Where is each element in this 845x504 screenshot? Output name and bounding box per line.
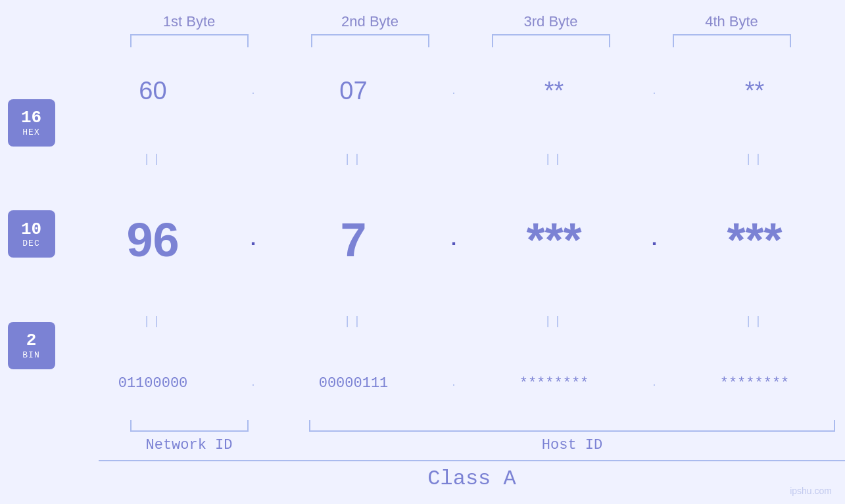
badges-col: 16 HEX 10 DEC 2 BIN [0, 54, 62, 415]
hex-value-3: ** [544, 77, 564, 105]
byte-label-1: 1st Byte [99, 13, 279, 30]
class-banner: Class A [99, 460, 845, 491]
dec-value-4: *** [727, 213, 782, 267]
bin-cell-3: ******** [464, 375, 644, 392]
badge-dec-number: 10 [21, 220, 41, 239]
dec-value-3: *** [526, 213, 581, 267]
network-id-label: Network ID [99, 437, 279, 453]
dec-sep-2: . [444, 230, 464, 250]
bin-row: 01100000 . 00000111 . ******** . *******… [62, 375, 845, 392]
badge-hex-label: HEX [22, 127, 39, 137]
hex-sep-1: . [243, 86, 263, 97]
hex-row: 60 . 07 . ** . ** [62, 77, 845, 105]
byte-col-1: 1st Byte [99, 13, 279, 47]
content-area: 16 HEX 10 DEC 2 BIN 60 . 07 [0, 54, 845, 415]
bin-value-1: 01100000 [118, 375, 188, 392]
dec-cell-2: 7 [263, 213, 444, 267]
dec-cell-3: *** [464, 213, 644, 267]
dec-sep-1: . [243, 230, 263, 250]
bin-value-4: ******** [720, 375, 790, 392]
byte-label-3: 3rd Byte [460, 13, 641, 30]
id-label-row: Network ID Host ID [99, 434, 845, 453]
equals-cell-2a: || [62, 315, 243, 328]
dec-value-1: 96 [126, 213, 179, 267]
hex-cell-2: 07 [263, 77, 444, 105]
byte-col-3: 3rd Byte [460, 13, 641, 47]
badge-hex-number: 16 [21, 108, 41, 127]
badge-bin-label: BIN [22, 350, 39, 360]
badge-dec: 10 DEC [8, 210, 55, 258]
badge-hex: 16 HEX [8, 99, 55, 147]
equals-row-1: || || || || [62, 152, 845, 166]
rows-area: 60 . 07 . ** . ** || || [62, 54, 845, 415]
bin-cell-2: 00000111 [263, 375, 444, 392]
bracket-top-1 [130, 34, 249, 47]
byte-label-2: 2nd Byte [279, 13, 460, 30]
equals-row-2: || || || || [62, 315, 845, 328]
byte-col-2: 2nd Byte [279, 13, 460, 47]
bin-sep-2: . [444, 378, 464, 388]
watermark: ipshu.com [790, 486, 832, 496]
dec-cell-1: 96 [62, 213, 243, 267]
host-id-bracket [309, 420, 835, 432]
network-id-bracket [130, 420, 249, 432]
hex-value-2: 07 [339, 77, 367, 105]
hex-value-4: ** [745, 77, 765, 105]
network-id-bracket-area [99, 420, 279, 432]
equals-cell-1d: || [664, 152, 845, 166]
class-bracket-line [99, 460, 845, 461]
bracket-top-4 [673, 34, 791, 47]
class-label: Class A [99, 467, 845, 491]
hex-cell-4: ** [664, 77, 845, 105]
hex-sep-2: . [444, 86, 464, 97]
byte-label-4: 4th Byte [641, 13, 822, 30]
dec-row: 96 . 7 . *** . *** [62, 213, 845, 267]
bin-cell-1: 01100000 [62, 375, 243, 392]
dec-cell-4: *** [664, 213, 845, 267]
bracket-top-2 [311, 34, 429, 47]
dec-value-2: 7 [340, 213, 366, 267]
bin-value-3: ******** [519, 375, 589, 392]
hex-value-1: 60 [139, 77, 166, 105]
hex-cell-1: 60 [62, 77, 243, 105]
bin-sep-3: . [644, 378, 664, 388]
bracket-top-3 [492, 34, 610, 47]
equals-cell-2c: || [464, 315, 644, 328]
bin-value-2: 00000111 [319, 375, 389, 392]
hex-cell-3: ** [464, 77, 644, 105]
equals-cell-1b: || [263, 152, 444, 166]
bin-cell-4: ******** [664, 375, 845, 392]
bottom-section: Network ID Host ID [99, 420, 845, 453]
host-id-bracket-area [299, 420, 845, 432]
hex-sep-3: . [644, 86, 664, 97]
host-id-label-area: Host ID [299, 434, 845, 453]
badge-dec-label: DEC [22, 239, 39, 248]
equals-cell-1a: || [62, 152, 243, 166]
header-row: 1st Byte 2nd Byte 3rd Byte 4th Byte [99, 13, 845, 47]
equals-cell-1c: || [464, 152, 644, 166]
host-id-label: Host ID [299, 437, 845, 453]
equals-cell-2b: || [263, 315, 444, 328]
network-id-label-area: Network ID [99, 434, 279, 453]
byte-col-4: 4th Byte [641, 13, 822, 47]
badge-bin-number: 2 [26, 331, 37, 350]
bin-sep-1: . [243, 378, 263, 388]
badge-bin: 2 BIN [8, 322, 55, 369]
main-container: 1st Byte 2nd Byte 3rd Byte 4th Byte 16 H… [0, 0, 845, 504]
equals-cell-2d: || [664, 315, 845, 328]
dec-sep-3: . [644, 230, 664, 250]
